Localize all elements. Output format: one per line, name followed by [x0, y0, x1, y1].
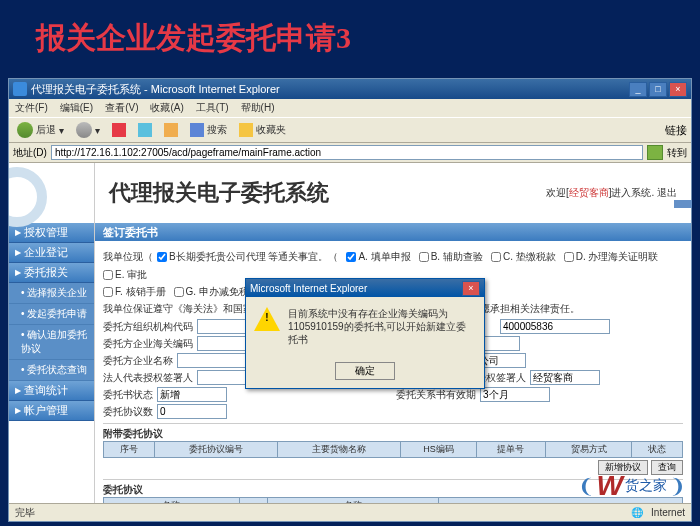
app-title: 代理报关电子委托系统	[109, 178, 329, 208]
sidebar: ▶授权管理 ▶企业登记 ▶委托报关 选择报关企业 发起委托申请 确认追加委托协议…	[9, 163, 95, 503]
sub-select[interactable]: 选择报关企业	[9, 283, 94, 304]
nav-stats[interactable]: ▶查询统计	[9, 381, 94, 401]
forward-button[interactable]: ▾	[72, 121, 104, 139]
watermark: ❨ W 货之家 ❩	[578, 470, 686, 502]
favorites-button[interactable]: 收藏夹	[235, 122, 290, 138]
chk-b-long[interactable]	[157, 252, 167, 262]
chevron-right-icon: ▶	[15, 386, 21, 395]
dialog-message: 目前系统中没有存在企业海关编码为1105910159的委托书,可以开始新建立委托…	[288, 307, 476, 346]
search-button[interactable]: 搜索	[186, 122, 231, 138]
nav-account[interactable]: ▶帐户管理	[9, 401, 94, 421]
search-icon	[190, 123, 204, 137]
go-button[interactable]	[647, 145, 663, 160]
app-header: 代理报关电子委托系统 欢迎[经贸客商]进入系统. 退出	[95, 163, 691, 223]
col-hs: HS编码	[401, 442, 477, 458]
logo-circle-icon	[9, 167, 47, 227]
stop-icon	[112, 123, 126, 137]
refresh-icon	[138, 123, 152, 137]
chevron-right-icon: ▶	[15, 228, 21, 237]
go-label[interactable]: 转到	[667, 146, 687, 160]
col-status: 状态	[632, 442, 683, 458]
refresh-button[interactable]	[134, 122, 156, 138]
agreement-table: 序号 委托协议编号 主要货物名称 HS编码 提单号 贸易方式 状态	[103, 441, 683, 458]
globe-icon: 🌐	[631, 507, 643, 518]
entrusted-signer[interactable]	[530, 370, 600, 385]
chevron-right-icon: ▶	[15, 268, 21, 277]
welcome-text: 欢迎[经贸客商]进入系统. 退出	[546, 186, 677, 200]
col-trade: 贸易方式	[545, 442, 632, 458]
warning-icon	[254, 307, 280, 331]
chk-f[interactable]	[103, 287, 113, 297]
dialog-ok-button[interactable]: 确定	[335, 362, 395, 380]
user-link[interactable]: 经贸客商	[569, 187, 609, 198]
statusbar: 完毕 🌐 Internet	[9, 503, 691, 521]
chk-d[interactable]	[564, 252, 574, 262]
chevron-right-icon: ▶	[15, 248, 21, 257]
chk-g[interactable]	[174, 287, 184, 297]
sub-apply[interactable]: 发起委托申请	[9, 304, 94, 325]
chk-c[interactable]	[491, 252, 501, 262]
window-title: 代理报关电子委托系统 - Microsoft Internet Explorer	[31, 82, 280, 97]
alert-dialog: Microsoft Internet Explorer × 目前系统中没有存在企…	[245, 278, 485, 389]
dialog-close-button[interactable]: ×	[462, 281, 480, 296]
minimize-button[interactable]: _	[629, 82, 647, 97]
attach-header: 附带委托协议	[103, 423, 683, 441]
nav-entrust[interactable]: ▶委托报关	[9, 263, 94, 283]
laurel-left-icon: ❨	[578, 474, 595, 498]
chk-a[interactable]	[346, 252, 356, 262]
menu-file[interactable]: 文件(F)	[15, 101, 48, 115]
home-button[interactable]	[160, 122, 182, 138]
chevron-right-icon: ▶	[15, 406, 21, 415]
slide-title: 报关企业发起委托申请3	[0, 0, 700, 67]
status-text: 完毕	[15, 506, 35, 520]
valid-period[interactable]	[480, 387, 550, 402]
back-button[interactable]: 后退 ▾	[13, 121, 68, 139]
home-icon	[164, 123, 178, 137]
entrusted-org-code[interactable]	[500, 319, 610, 334]
stop-button[interactable]	[108, 122, 130, 138]
col-agrno: 委托协议编号	[154, 442, 277, 458]
titlebar: 代理报关电子委托系统 - Microsoft Internet Explorer…	[9, 79, 691, 99]
nav-register[interactable]: ▶企业登记	[9, 243, 94, 263]
forward-icon	[76, 122, 92, 138]
menubar: 文件(F) 编辑(E) 查看(V) 收藏(A) 工具(T) 帮助(H)	[9, 99, 691, 117]
menu-view[interactable]: 查看(V)	[105, 101, 138, 115]
logo-area	[9, 163, 94, 223]
sub-confirm[interactable]: 确认追加委托协议	[9, 325, 94, 360]
sub-nav: 选择报关企业 发起委托申请 确认追加委托协议 委托状态查询	[9, 283, 94, 381]
close-button[interactable]: ×	[669, 82, 687, 97]
section-header: 签订委托书	[95, 223, 691, 241]
back-icon	[17, 122, 33, 138]
col-no: 序号	[104, 442, 155, 458]
agreement-count[interactable]	[157, 404, 227, 419]
menu-tools[interactable]: 工具(T)	[196, 101, 229, 115]
zone-text: Internet	[651, 507, 685, 518]
address-label: 地址(D)	[13, 146, 47, 160]
sub-status[interactable]: 委托状态查询	[9, 360, 94, 381]
menu-help[interactable]: 帮助(H)	[241, 101, 275, 115]
dialog-titlebar: Microsoft Internet Explorer ×	[246, 279, 484, 297]
ie-icon	[13, 82, 27, 96]
laurel-right-icon: ❩	[669, 474, 686, 498]
chk-b2[interactable]	[419, 252, 429, 262]
menu-fav[interactable]: 收藏(A)	[150, 101, 183, 115]
w-logo-icon: W	[597, 470, 623, 502]
status-input[interactable]	[157, 387, 227, 402]
menu-edit[interactable]: 编辑(E)	[60, 101, 93, 115]
col-goods: 主要货物名称	[277, 442, 400, 458]
links-label: 链接	[665, 123, 687, 138]
star-icon	[239, 123, 253, 137]
chk-e[interactable]	[103, 270, 113, 280]
maximize-button[interactable]: □	[649, 82, 667, 97]
address-input[interactable]	[51, 145, 643, 160]
toolbar: 后退 ▾ ▾ 搜索 收藏夹 链接	[9, 117, 691, 143]
col-bill: 提单号	[476, 442, 545, 458]
side-tab[interactable]: 委托书	[674, 200, 692, 208]
address-bar: 地址(D) 转到	[9, 143, 691, 163]
